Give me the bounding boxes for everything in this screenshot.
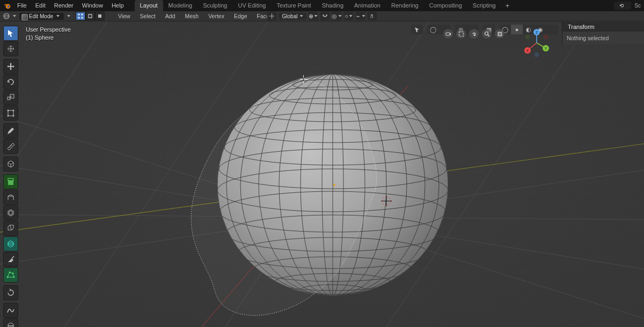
workspace-tab-animation[interactable]: Animation <box>349 0 386 11</box>
svg-point-7 <box>82 17 83 19</box>
svg-rect-12 <box>459 32 463 36</box>
workspace-add-button[interactable]: + <box>501 2 514 10</box>
svg-rect-11 <box>446 33 450 35</box>
transform-orientation-select[interactable]: Global <box>279 13 306 20</box>
tool-measure[interactable] <box>3 139 18 154</box>
snap-toggle[interactable] <box>320 12 330 20</box>
header-menu-view[interactable]: View <box>114 13 134 19</box>
transform-orientation-icon[interactable] <box>267 12 277 20</box>
workspace-tab-scripting[interactable]: Scripting <box>467 0 501 11</box>
menu-window[interactable]: Window <box>78 0 107 11</box>
svg-point-4 <box>78 14 80 16</box>
proportional-editing-dropdown[interactable]: ⫟ <box>355 12 365 20</box>
tool-loop-cut[interactable] <box>3 236 18 251</box>
header-menu-select[interactable]: Select <box>136 13 159 19</box>
pan-hand-icon[interactable] <box>469 29 479 39</box>
menu-file[interactable]: File <box>13 0 31 11</box>
svg-point-1 <box>8 5 10 7</box>
mode-label: Edit Mode <box>29 13 53 19</box>
pivot-point-select[interactable]: ⊕ <box>308 12 318 20</box>
blender-icon <box>2 1 13 11</box>
svg-line-70 <box>9 147 10 148</box>
toggle-orthographic-icon[interactable] <box>495 29 504 39</box>
workspace-tab-sculpting[interactable]: Sculpting <box>197 0 232 11</box>
workspace-tab-shading[interactable]: Shading <box>317 0 349 11</box>
chevron-down-icon <box>13 15 16 17</box>
svg-rect-65 <box>8 110 13 116</box>
tool-knife[interactable] <box>3 252 18 267</box>
frame-selected-icon[interactable] <box>456 29 466 39</box>
tool-add-cube[interactable] <box>3 157 18 172</box>
svg-point-20 <box>525 35 530 40</box>
zoom-magnifier-icon[interactable] <box>482 29 492 39</box>
svg-point-5 <box>82 14 83 16</box>
header-menu-vertex[interactable]: Vertex <box>204 13 228 19</box>
svg-point-13 <box>485 32 488 35</box>
svg-rect-9 <box>323 14 324 16</box>
tool-annotate[interactable] <box>3 123 18 138</box>
zoom-camera-icon[interactable] <box>443 29 453 39</box>
menu-edit[interactable]: Edit <box>31 0 50 11</box>
workspace-tab-uv-editing[interactable]: UV Editing <box>232 0 271 11</box>
tool-extrude-region[interactable] <box>3 174 18 189</box>
snap-element-select[interactable]: ◎ <box>332 12 341 20</box>
tool-transform[interactable] <box>3 106 18 121</box>
workspace-tab-texture-paint[interactable]: Texture Paint <box>271 0 316 11</box>
shading-solid[interactable]: ● <box>511 25 523 34</box>
tool-inset-faces[interactable] <box>3 205 18 220</box>
axis-navigation-gizmo[interactable]: Z Y X <box>522 28 552 58</box>
select-mode-edge[interactable] <box>85 12 95 20</box>
version-dropdown[interactable]: ⟲ <box>614 2 631 10</box>
left-toolbar <box>3 26 18 327</box>
viewport-info-line2: (1) Sphere <box>26 34 71 42</box>
menu-render[interactable]: Render <box>50 0 78 11</box>
svg-rect-73 <box>8 181 13 185</box>
properties-panel-header[interactable]: Transform <box>562 22 644 32</box>
header-menu-edge[interactable]: Edge <box>230 13 251 19</box>
select-mode-vertex[interactable] <box>76 12 85 20</box>
tool-extrude-manifold[interactable] <box>3 190 18 205</box>
tool-smooth[interactable] <box>3 303 18 318</box>
svg-line-71 <box>10 146 11 147</box>
svg-point-19 <box>535 53 539 57</box>
tool-cursor[interactable] <box>3 41 18 56</box>
orientation-label: Global <box>282 13 298 19</box>
tool-scale[interactable] <box>3 90 18 105</box>
mode-selector[interactable]: Edit Mode <box>19 13 64 20</box>
menu-help[interactable]: Help <box>107 0 128 11</box>
editor-type-selector[interactable] <box>2 12 11 20</box>
tool-spin[interactable] <box>3 285 18 300</box>
workspace-tab-rendering[interactable]: Rendering <box>386 0 424 11</box>
tool-bevel[interactable] <box>3 221 18 236</box>
svg-rect-15 <box>499 33 501 35</box>
tool-rotate[interactable] <box>3 75 18 90</box>
history-icon: ⟲ <box>619 3 624 9</box>
app-top-menu: File Edit Render Window Help Layout Mode… <box>0 0 644 11</box>
properties-panel-body: Nothing selected <box>562 32 644 44</box>
3d-viewport[interactable] <box>0 21 644 327</box>
svg-point-21 <box>544 35 548 40</box>
tool-edge-slide[interactable] <box>3 318 18 327</box>
svg-rect-10 <box>326 14 327 16</box>
viewport-info-label: User Perspective (1) Sphere <box>26 26 71 42</box>
workspace-tab-modeling[interactable]: Modeling <box>163 0 198 11</box>
header-menu-mesh[interactable]: Mesh <box>181 13 202 19</box>
tool-poly-build[interactable] <box>3 267 18 283</box>
header-menu-add[interactable]: Add <box>162 13 179 19</box>
select-mode-face[interactable] <box>95 12 105 20</box>
editor-header: Edit Mode View Select Add Mesh Vertex Ed… <box>0 11 644 21</box>
scene-label: Sc <box>634 3 641 9</box>
auto-merge-toggle[interactable]: ⩃ <box>367 12 377 20</box>
tool-move[interactable] <box>3 59 18 74</box>
proportional-editing-toggle[interactable]: ○ <box>343 12 353 20</box>
svg-line-72 <box>11 145 12 146</box>
viewport-nav-icons-group <box>443 29 504 39</box>
svg-line-78 <box>12 256 14 258</box>
tool-select-box[interactable] <box>3 26 18 41</box>
gizmo-y-label: Y <box>545 47 547 50</box>
workspace-tab-layout[interactable]: Layout <box>135 0 163 11</box>
show-gizmos-toggle[interactable]: ◯ <box>427 25 439 34</box>
workspace-tab-compositing[interactable]: Compositing <box>424 0 467 11</box>
selectability-toggle[interactable] <box>411 25 423 34</box>
svg-point-69 <box>13 115 14 117</box>
